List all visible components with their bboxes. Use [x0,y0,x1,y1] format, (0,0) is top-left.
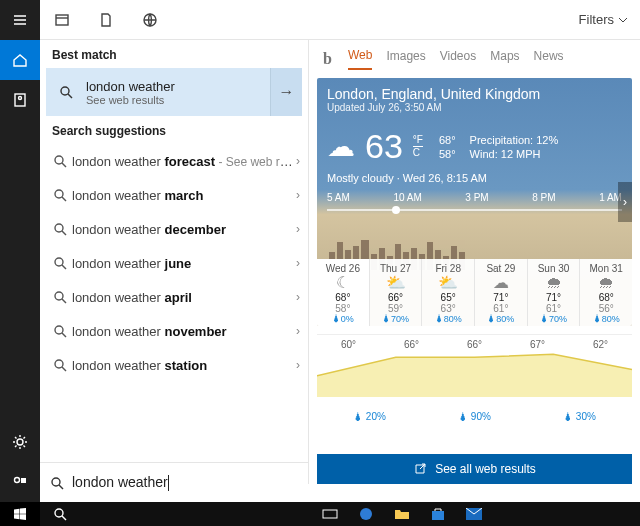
task-view[interactable] [312,502,348,526]
hamburger-icon [12,12,28,28]
start-button[interactable] [0,502,40,526]
rail-notebook[interactable] [0,80,40,120]
suggestions-header: Search suggestions [40,116,308,144]
store-icon [430,506,446,522]
rail-feedback[interactable] [0,462,40,502]
scope-apps[interactable] [40,0,84,40]
forecast-day[interactable]: Mon 31🌧68°56°🌢80% [580,259,632,326]
hour-label: 3 PM [465,192,488,203]
high-low: 68°58° [439,133,456,161]
app-store[interactable] [420,502,456,526]
search-icon [53,324,67,338]
weather-card[interactable]: London, England, United Kingdom Updated … [317,78,632,326]
bing-tab-videos[interactable]: Videos [440,49,476,69]
suggestion-item[interactable]: london weather station › [40,348,308,382]
suggestion-text: london weather station [72,358,296,373]
scope-web[interactable] [128,0,172,40]
hour-labels: 5 AM10 AM3 PM8 PM1 AM [317,184,632,203]
forecast-day[interactable]: Sat 29☁71°61°🌢80% [475,259,528,326]
rail-home[interactable] [0,40,40,80]
search-icon [53,222,67,236]
best-match-title: london weather [86,79,270,94]
chevron-right-icon: › [296,324,300,338]
suggestion-item[interactable]: london weather april › [40,280,308,314]
bing-tab-web[interactable]: Web [348,48,372,70]
forecast-day[interactable]: Wed 26☾68°58°🌢0% [317,259,370,326]
slider-thumb[interactable] [392,206,400,214]
svg-point-17 [360,508,372,520]
svg-point-3 [15,478,20,483]
see-all-results[interactable]: See all web results [317,454,632,484]
search-icon [53,188,67,202]
suggestion-text: london weather march [72,188,296,203]
svg-rect-4 [56,15,68,25]
svg-point-10 [55,258,63,266]
see-all-label: See all web results [435,462,536,476]
temp-units[interactable]: °FC [413,134,423,159]
svg-rect-16 [323,510,337,518]
forecast-next[interactable]: › [618,182,632,222]
taskview-icon [322,508,338,520]
hour-label: 5 AM [327,192,350,203]
bing-tab-news[interactable]: News [534,49,564,69]
hour-label: 10 AM [393,192,421,203]
suggestion-text: london weather april [72,290,296,305]
suggestion-item[interactable]: london weather november › [40,314,308,348]
suggestion-text: london weather december [72,222,296,237]
chart-temp-label: 62° [593,339,608,350]
chevron-right-icon: › [296,188,300,202]
cortana-rail [0,0,40,502]
hour-label: 8 PM [532,192,555,203]
forecast-day[interactable]: Thu 27⛅66°59°🌢70% [370,259,423,326]
filters-dropdown[interactable]: Filters [567,12,640,27]
suggestion-item[interactable]: london weather march › [40,178,308,212]
home-icon [12,52,28,68]
svg-point-7 [55,156,63,164]
forecast-day[interactable]: Sun 30🌧71°61°🌢70% [528,259,581,326]
app-explorer[interactable] [384,502,420,526]
svg-point-9 [55,224,63,232]
svg-point-6 [61,87,69,95]
chart-precip-label: 🌢 30% [563,411,596,422]
chevron-right-icon: › [296,290,300,304]
search-icon [50,476,64,490]
chart-precip-label: 🌢 90% [458,411,491,422]
search-input[interactable]: london weather [72,474,169,491]
search-icon [53,507,67,521]
folder-icon [394,507,410,521]
search-bar[interactable]: london weather [40,462,308,502]
bing-tab-images[interactable]: Images [386,49,425,69]
search-icon [59,85,73,99]
suggestion-text: london weather forecast - See web result… [72,154,296,169]
chevron-right-icon: › [296,256,300,270]
app-edge[interactable] [348,502,384,526]
app-mail[interactable] [456,502,492,526]
suggestion-item[interactable]: london weather june › [40,246,308,280]
hour-slider[interactable] [327,209,622,211]
taskbar-search[interactable] [40,502,80,526]
chart-temp-label: 60° [341,339,356,350]
best-match-item[interactable]: london weather See web results → [46,68,302,116]
apps-icon [54,12,70,28]
best-match-open[interactable]: → [270,68,302,116]
globe-icon [142,12,158,28]
weather-meta: Precipitation: 12% Wind: 12 MPH [470,133,559,161]
bing-tab-maps[interactable]: Maps [490,49,519,69]
rail-menu[interactable] [0,0,40,40]
edge-icon [358,506,374,522]
open-icon [413,462,427,476]
forecast-strip: Wed 26☾68°58°🌢0%Thu 27⛅66°59°🌢70%Fri 28⛅… [317,259,632,326]
chevron-right-icon: › [296,358,300,372]
chart-temp-label: 66° [467,339,482,350]
suggestion-text: london weather november [72,324,296,339]
suggestion-item[interactable]: london weather forecast - See web result… [40,144,308,178]
weather-updated: Updated July 26, 3:50 AM [327,102,622,113]
results-column: Best match london weather See web result… [40,40,308,484]
forecast-day[interactable]: Fri 28⛅65°63°🌢80% [422,259,475,326]
suggestion-item[interactable]: london weather december › [40,212,308,246]
scope-header: Filters [40,0,640,40]
rail-settings[interactable] [0,422,40,462]
mail-icon [466,508,482,520]
scope-documents[interactable] [84,0,128,40]
weather-location: London, England, United Kingdom [327,86,622,102]
